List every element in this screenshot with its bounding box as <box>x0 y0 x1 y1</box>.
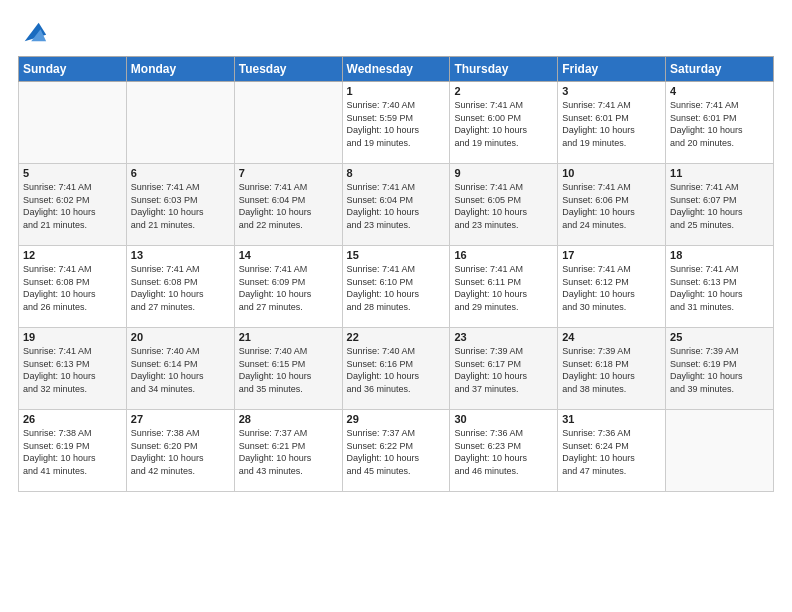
weekday-header-tuesday: Tuesday <box>234 57 342 82</box>
day-number: 24 <box>562 331 661 343</box>
day-cell: 11Sunrise: 7:41 AM Sunset: 6:07 PM Dayli… <box>666 164 774 246</box>
day-cell: 19Sunrise: 7:41 AM Sunset: 6:13 PM Dayli… <box>19 328 127 410</box>
day-number: 27 <box>131 413 230 425</box>
week-row-4: 26Sunrise: 7:38 AM Sunset: 6:19 PM Dayli… <box>19 410 774 492</box>
weekday-header-saturday: Saturday <box>666 57 774 82</box>
day-cell: 22Sunrise: 7:40 AM Sunset: 6:16 PM Dayli… <box>342 328 450 410</box>
day-info: Sunrise: 7:40 AM Sunset: 6:14 PM Dayligh… <box>131 345 230 395</box>
day-number: 19 <box>23 331 122 343</box>
weekday-header-sunday: Sunday <box>19 57 127 82</box>
day-info: Sunrise: 7:41 AM Sunset: 6:06 PM Dayligh… <box>562 181 661 231</box>
day-number: 28 <box>239 413 338 425</box>
day-number: 16 <box>454 249 553 261</box>
day-cell: 2Sunrise: 7:41 AM Sunset: 6:00 PM Daylig… <box>450 82 558 164</box>
day-number: 26 <box>23 413 122 425</box>
day-cell <box>666 410 774 492</box>
day-number: 15 <box>347 249 446 261</box>
page: SundayMondayTuesdayWednesdayThursdayFrid… <box>0 0 792 612</box>
logo-icon <box>20 18 48 46</box>
day-cell: 18Sunrise: 7:41 AM Sunset: 6:13 PM Dayli… <box>666 246 774 328</box>
day-cell <box>234 82 342 164</box>
day-number: 23 <box>454 331 553 343</box>
day-number: 10 <box>562 167 661 179</box>
day-cell: 5Sunrise: 7:41 AM Sunset: 6:02 PM Daylig… <box>19 164 127 246</box>
day-cell: 30Sunrise: 7:36 AM Sunset: 6:23 PM Dayli… <box>450 410 558 492</box>
day-cell: 1Sunrise: 7:40 AM Sunset: 5:59 PM Daylig… <box>342 82 450 164</box>
day-number: 4 <box>670 85 769 97</box>
day-cell: 25Sunrise: 7:39 AM Sunset: 6:19 PM Dayli… <box>666 328 774 410</box>
day-info: Sunrise: 7:40 AM Sunset: 5:59 PM Dayligh… <box>347 99 446 149</box>
day-info: Sunrise: 7:41 AM Sunset: 6:04 PM Dayligh… <box>347 181 446 231</box>
day-info: Sunrise: 7:37 AM Sunset: 6:22 PM Dayligh… <box>347 427 446 477</box>
day-info: Sunrise: 7:41 AM Sunset: 6:10 PM Dayligh… <box>347 263 446 313</box>
day-number: 9 <box>454 167 553 179</box>
day-info: Sunrise: 7:41 AM Sunset: 6:05 PM Dayligh… <box>454 181 553 231</box>
day-number: 20 <box>131 331 230 343</box>
weekday-header-friday: Friday <box>558 57 666 82</box>
day-cell: 14Sunrise: 7:41 AM Sunset: 6:09 PM Dayli… <box>234 246 342 328</box>
week-row-1: 5Sunrise: 7:41 AM Sunset: 6:02 PM Daylig… <box>19 164 774 246</box>
day-info: Sunrise: 7:37 AM Sunset: 6:21 PM Dayligh… <box>239 427 338 477</box>
day-cell: 26Sunrise: 7:38 AM Sunset: 6:19 PM Dayli… <box>19 410 127 492</box>
day-info: Sunrise: 7:39 AM Sunset: 6:17 PM Dayligh… <box>454 345 553 395</box>
day-number: 2 <box>454 85 553 97</box>
day-info: Sunrise: 7:41 AM Sunset: 6:01 PM Dayligh… <box>670 99 769 149</box>
calendar-table: SundayMondayTuesdayWednesdayThursdayFrid… <box>18 56 774 492</box>
day-cell <box>19 82 127 164</box>
day-info: Sunrise: 7:39 AM Sunset: 6:19 PM Dayligh… <box>670 345 769 395</box>
day-info: Sunrise: 7:38 AM Sunset: 6:20 PM Dayligh… <box>131 427 230 477</box>
day-number: 7 <box>239 167 338 179</box>
day-info: Sunrise: 7:41 AM Sunset: 6:08 PM Dayligh… <box>23 263 122 313</box>
day-info: Sunrise: 7:41 AM Sunset: 6:02 PM Dayligh… <box>23 181 122 231</box>
day-cell: 20Sunrise: 7:40 AM Sunset: 6:14 PM Dayli… <box>126 328 234 410</box>
day-info: Sunrise: 7:41 AM Sunset: 6:09 PM Dayligh… <box>239 263 338 313</box>
header <box>18 18 774 46</box>
day-cell: 13Sunrise: 7:41 AM Sunset: 6:08 PM Dayli… <box>126 246 234 328</box>
day-number: 31 <box>562 413 661 425</box>
day-cell: 28Sunrise: 7:37 AM Sunset: 6:21 PM Dayli… <box>234 410 342 492</box>
day-number: 6 <box>131 167 230 179</box>
day-cell: 16Sunrise: 7:41 AM Sunset: 6:11 PM Dayli… <box>450 246 558 328</box>
day-info: Sunrise: 7:41 AM Sunset: 6:12 PM Dayligh… <box>562 263 661 313</box>
week-row-2: 12Sunrise: 7:41 AM Sunset: 6:08 PM Dayli… <box>19 246 774 328</box>
day-cell: 6Sunrise: 7:41 AM Sunset: 6:03 PM Daylig… <box>126 164 234 246</box>
day-number: 22 <box>347 331 446 343</box>
day-cell: 24Sunrise: 7:39 AM Sunset: 6:18 PM Dayli… <box>558 328 666 410</box>
day-info: Sunrise: 7:41 AM Sunset: 6:00 PM Dayligh… <box>454 99 553 149</box>
day-number: 12 <box>23 249 122 261</box>
day-number: 11 <box>670 167 769 179</box>
weekday-header-thursday: Thursday <box>450 57 558 82</box>
logo <box>18 18 48 46</box>
day-info: Sunrise: 7:41 AM Sunset: 6:11 PM Dayligh… <box>454 263 553 313</box>
day-number: 8 <box>347 167 446 179</box>
day-cell: 29Sunrise: 7:37 AM Sunset: 6:22 PM Dayli… <box>342 410 450 492</box>
day-info: Sunrise: 7:41 AM Sunset: 6:03 PM Dayligh… <box>131 181 230 231</box>
week-row-0: 1Sunrise: 7:40 AM Sunset: 5:59 PM Daylig… <box>19 82 774 164</box>
day-number: 21 <box>239 331 338 343</box>
day-info: Sunrise: 7:41 AM Sunset: 6:04 PM Dayligh… <box>239 181 338 231</box>
day-cell: 4Sunrise: 7:41 AM Sunset: 6:01 PM Daylig… <box>666 82 774 164</box>
day-cell: 10Sunrise: 7:41 AM Sunset: 6:06 PM Dayli… <box>558 164 666 246</box>
day-info: Sunrise: 7:40 AM Sunset: 6:16 PM Dayligh… <box>347 345 446 395</box>
weekday-header-wednesday: Wednesday <box>342 57 450 82</box>
day-info: Sunrise: 7:41 AM Sunset: 6:08 PM Dayligh… <box>131 263 230 313</box>
day-cell <box>126 82 234 164</box>
day-info: Sunrise: 7:41 AM Sunset: 6:01 PM Dayligh… <box>562 99 661 149</box>
day-number: 30 <box>454 413 553 425</box>
day-cell: 3Sunrise: 7:41 AM Sunset: 6:01 PM Daylig… <box>558 82 666 164</box>
day-cell: 9Sunrise: 7:41 AM Sunset: 6:05 PM Daylig… <box>450 164 558 246</box>
day-cell: 17Sunrise: 7:41 AM Sunset: 6:12 PM Dayli… <box>558 246 666 328</box>
day-info: Sunrise: 7:36 AM Sunset: 6:23 PM Dayligh… <box>454 427 553 477</box>
day-info: Sunrise: 7:38 AM Sunset: 6:19 PM Dayligh… <box>23 427 122 477</box>
day-cell: 21Sunrise: 7:40 AM Sunset: 6:15 PM Dayli… <box>234 328 342 410</box>
day-number: 25 <box>670 331 769 343</box>
day-info: Sunrise: 7:40 AM Sunset: 6:15 PM Dayligh… <box>239 345 338 395</box>
day-number: 18 <box>670 249 769 261</box>
day-cell: 31Sunrise: 7:36 AM Sunset: 6:24 PM Dayli… <box>558 410 666 492</box>
day-info: Sunrise: 7:36 AM Sunset: 6:24 PM Dayligh… <box>562 427 661 477</box>
day-cell: 7Sunrise: 7:41 AM Sunset: 6:04 PM Daylig… <box>234 164 342 246</box>
day-number: 13 <box>131 249 230 261</box>
day-cell: 8Sunrise: 7:41 AM Sunset: 6:04 PM Daylig… <box>342 164 450 246</box>
day-info: Sunrise: 7:39 AM Sunset: 6:18 PM Dayligh… <box>562 345 661 395</box>
day-info: Sunrise: 7:41 AM Sunset: 6:13 PM Dayligh… <box>670 263 769 313</box>
